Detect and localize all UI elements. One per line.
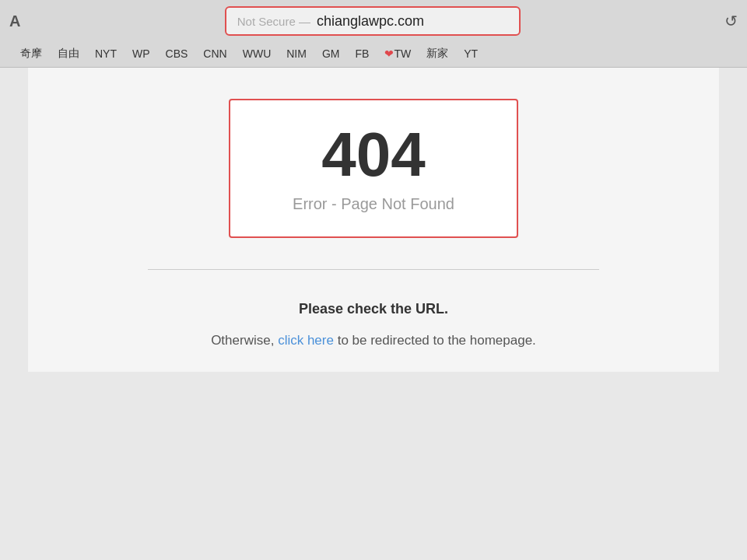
check-url-text: Please check the URL. — [299, 301, 448, 317]
error-message: Error - Page Not Found — [293, 195, 454, 213]
bookmark-yt[interactable]: YT — [456, 46, 486, 61]
bookmark-fb[interactable]: FB — [347, 46, 377, 61]
bookmark-qimo[interactable]: 奇摩 — [12, 45, 50, 62]
error-box: 404 Error - Page Not Found — [229, 99, 518, 238]
tab-label: A — [9, 12, 20, 30]
bookmark-nyt[interactable]: NYT — [87, 46, 124, 61]
address-bar-row: A Not Secure — chianglawpc.com ↻ — [0, 0, 747, 42]
bookmark-wp[interactable]: WP — [124, 46, 158, 61]
address-bar[interactable]: Not Secure — chianglawpc.com — [225, 6, 521, 36]
error-code: 404 — [293, 124, 454, 186]
redirect-prefix: Otherwise, — [211, 333, 278, 348]
bookmark-ziyou[interactable]: 自由 — [50, 45, 87, 62]
redirect-text: Otherwise, click here to be redirected t… — [211, 333, 536, 348]
bookmark-cbs[interactable]: CBS — [158, 46, 196, 61]
redirect-suffix: to be redirected to the homepage. — [334, 333, 536, 348]
browser-chrome: A Not Secure — chianglawpc.com ↻ 奇摩 自由 N… — [0, 0, 747, 68]
not-secure-label: Not Secure — — [237, 15, 310, 28]
bookmarks-bar: 奇摩 自由 NYT WP CBS CNN WWU NIM GM FB ❤TW 新… — [0, 42, 747, 68]
bookmark-tw[interactable]: ❤TW — [377, 46, 419, 61]
page-content: 404 Error - Page Not Found Please check … — [28, 68, 719, 372]
reload-button[interactable]: ↻ — [724, 12, 738, 30]
bookmark-xinjia[interactable]: 新家 — [419, 45, 456, 62]
bookmark-wwu[interactable]: WWU — [235, 46, 279, 61]
divider — [148, 269, 599, 270]
address-bar-container: Not Secure — chianglawpc.com — [33, 6, 712, 36]
bookmark-nim[interactable]: NIM — [279, 46, 314, 61]
bookmark-cnn[interactable]: CNN — [195, 46, 234, 61]
redirect-link[interactable]: click here — [278, 333, 334, 348]
bookmark-gm[interactable]: GM — [314, 46, 348, 61]
url-text: chianglawpc.com — [317, 13, 424, 30]
